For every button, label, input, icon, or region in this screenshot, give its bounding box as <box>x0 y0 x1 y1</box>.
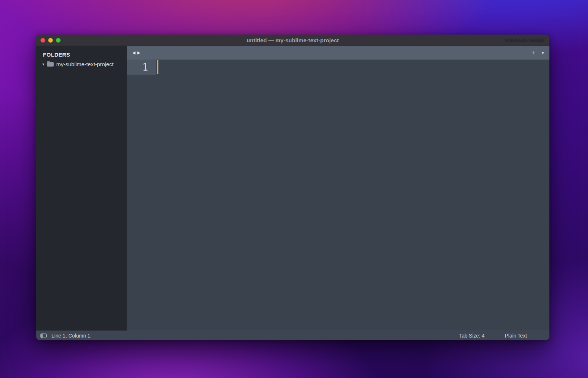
disclosure-triangle-icon[interactable]: ▼ <box>41 63 46 66</box>
close-button[interactable] <box>40 38 45 43</box>
title-bar[interactable]: untitled — my-sublime-text-project UNREG… <box>36 35 549 46</box>
tab-size-indicator[interactable]: Tab Size: 4 <box>459 333 484 339</box>
tab-overflow-menu-icon[interactable]: ▼ <box>541 51 545 55</box>
minimize-button[interactable] <box>48 38 53 43</box>
editor-surface[interactable]: 1 <box>127 60 549 331</box>
sidebar-toggle-icon[interactable] <box>40 334 47 338</box>
folders-section-header: FOLDERS <box>43 51 127 58</box>
sublime-text-window: untitled — my-sublime-text-project UNREG… <box>36 35 549 340</box>
status-bar-left: Line 1, Column 1 <box>40 333 90 339</box>
folder-name-label: my-sublime-text-project <box>56 61 114 67</box>
tab-scroll-right-icon[interactable]: ▶ <box>137 51 140 55</box>
line-number: 1 <box>142 63 148 72</box>
tab-bar: ◀ ▶ + ▼ <box>127 46 549 60</box>
caret-position-label: Line 1, Column 1 <box>51 333 90 339</box>
window-title: untitled — my-sublime-text-project <box>36 37 549 43</box>
status-bar-right: Tab Size: 4 Plain Text <box>459 333 527 339</box>
window-body: FOLDERS ▼ my-sublime-text-project ◀ ▶ + … <box>36 46 549 331</box>
new-tab-icon[interactable]: + <box>531 49 535 56</box>
folder-icon <box>47 62 54 67</box>
editor-pane: ◀ ▶ + ▼ 1 <box>127 46 549 331</box>
license-status-label: UNREGISTERED <box>505 35 545 46</box>
status-bar: Line 1, Column 1 Tab Size: 4 Plain Text <box>36 331 549 340</box>
sidebar-item-project-folder[interactable]: ▼ my-sublime-text-project <box>41 61 127 67</box>
line-number-gutter: 1 <box>127 60 156 75</box>
zoom-button[interactable] <box>56 38 61 43</box>
sidebar: FOLDERS ▼ my-sublime-text-project <box>36 46 127 331</box>
syntax-mode-indicator[interactable]: Plain Text <box>505 333 527 339</box>
tab-scroll-arrows: ◀ ▶ <box>132 51 140 55</box>
text-caret <box>157 60 158 74</box>
tab-bar-actions: + ▼ <box>531 49 545 56</box>
traffic-light-controls <box>40 35 61 46</box>
tab-scroll-left-icon[interactable]: ◀ <box>132 51 135 55</box>
